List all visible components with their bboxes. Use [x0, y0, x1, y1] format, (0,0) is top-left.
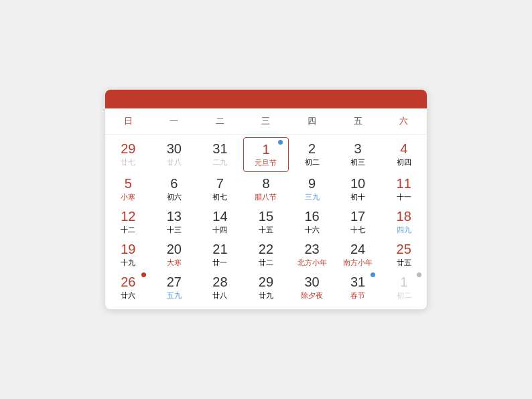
day-dot	[371, 272, 375, 277]
day-cell[interactable]: 9三九	[289, 172, 335, 205]
day-lunar: 廿二	[259, 258, 273, 267]
day-cell[interactable]: 23北方小年	[289, 238, 335, 270]
day-cell[interactable]: 12十二	[105, 205, 151, 238]
day-cell[interactable]: 26廿六	[105, 270, 151, 303]
day-cell[interactable]: 8腊八节	[243, 172, 289, 205]
day-lunar: 南方小年	[343, 258, 373, 267]
day-number: 27	[167, 274, 182, 290]
day-cell[interactable]: 13十三	[151, 205, 198, 238]
day-cell[interactable]: 4初四	[381, 137, 427, 171]
day-cell[interactable]: 18四九	[381, 205, 427, 238]
day-number: 5	[125, 175, 132, 191]
weekday-label-二: 二	[197, 112, 243, 130]
day-number: 18	[397, 208, 411, 224]
weekday-label-六: 六	[381, 112, 427, 130]
day-lunar: 二九	[212, 157, 227, 167]
day-cell[interactable]: 17十七	[335, 205, 381, 238]
weekday-label-三: 三	[243, 112, 289, 130]
day-number: 3	[354, 141, 362, 157]
day-dot	[141, 272, 146, 277]
day-cell[interactable]: 1初二	[381, 270, 427, 303]
day-lunar: 十七	[350, 225, 365, 234]
day-cell[interactable]: 11十一	[381, 172, 427, 205]
day-number: 9	[308, 175, 316, 191]
day-lunar: 十六	[305, 225, 320, 234]
day-cell[interactable]: 19十九	[105, 238, 151, 270]
day-dot	[278, 140, 283, 145]
day-cell[interactable]: 10初十	[335, 172, 381, 205]
day-lunar: 四九	[397, 225, 411, 234]
day-cell[interactable]: 30除夕夜	[289, 270, 335, 303]
weekday-label-日: 日	[105, 112, 151, 130]
day-lunar: 初七	[212, 192, 227, 202]
day-lunar: 初三	[350, 157, 365, 167]
day-cell[interactable]: 1元旦节	[243, 137, 289, 171]
day-cell[interactable]: 16十六	[289, 205, 335, 238]
day-lunar: 除夕夜	[301, 291, 323, 300]
day-cell[interactable]: 7初七	[197, 172, 243, 205]
day-cell[interactable]: 5小寒	[105, 172, 151, 205]
day-number: 10	[350, 175, 365, 191]
day-lunar: 大寒	[167, 258, 182, 267]
day-cell[interactable]: 15十五	[243, 205, 289, 238]
day-lunar: 腊八节	[255, 192, 277, 202]
day-lunar: 十三	[167, 225, 182, 234]
day-lunar: 廿一	[212, 258, 227, 267]
day-number: 25	[397, 241, 411, 257]
day-cell[interactable]: 27五九	[151, 270, 198, 303]
day-number: 1	[400, 274, 407, 290]
day-cell[interactable]: 29廿七	[105, 137, 151, 171]
day-number: 14	[212, 208, 227, 224]
day-number: 22	[259, 241, 273, 257]
day-lunar: 初六	[167, 192, 182, 202]
day-lunar: 小寒	[121, 192, 135, 202]
day-lunar: 廿六	[121, 291, 135, 300]
day-lunar: 元旦节	[255, 158, 277, 167]
day-cell[interactable]: 20大寒	[151, 238, 198, 270]
weekday-label-一: 一	[151, 112, 198, 130]
day-number: 30	[167, 141, 182, 157]
day-number: 7	[216, 175, 224, 191]
day-lunar: 初四	[397, 157, 411, 167]
day-number: 13	[167, 208, 182, 224]
day-number: 15	[259, 208, 273, 224]
day-lunar: 北方小年	[297, 258, 327, 267]
day-cell[interactable]: 24南方小年	[335, 238, 381, 270]
day-cell[interactable]: 31二九	[197, 137, 243, 171]
calendar: 日一二三四五六 29廿七30廿八31二九1元旦节2初二3初三4初四5小寒6初六7…	[105, 90, 427, 309]
day-lunar: 十四	[212, 225, 227, 234]
day-lunar: 初二	[397, 291, 411, 300]
day-lunar: 廿五	[397, 258, 411, 267]
day-number: 31	[350, 274, 365, 290]
day-number: 11	[397, 175, 411, 191]
day-cell[interactable]: 3初三	[335, 137, 381, 171]
day-number: 12	[121, 208, 135, 224]
day-number: 6	[170, 175, 178, 191]
day-lunar: 初十	[350, 192, 365, 202]
day-lunar: 春节	[350, 291, 365, 300]
day-cell[interactable]: 22廿二	[243, 238, 289, 270]
day-lunar: 初二	[305, 157, 320, 167]
day-lunar: 十一	[397, 192, 411, 202]
day-lunar: 廿九	[259, 291, 273, 300]
day-cell[interactable]: 29廿九	[243, 270, 289, 303]
days-grid: 29廿七30廿八31二九1元旦节2初二3初三4初四5小寒6初六7初七8腊八节9三…	[105, 135, 427, 309]
day-cell[interactable]: 25廿五	[381, 238, 427, 270]
day-number: 20	[167, 241, 182, 257]
day-cell[interactable]: 6初六	[151, 172, 198, 205]
day-cell[interactable]: 28廿八	[197, 270, 243, 303]
day-lunar: 十九	[121, 258, 135, 267]
day-cell[interactable]: 21廿一	[197, 238, 243, 270]
day-number: 29	[259, 274, 273, 290]
day-cell[interactable]: 31春节	[335, 270, 381, 303]
calendar-header[interactable]	[105, 90, 427, 108]
day-number: 19	[121, 241, 135, 257]
day-cell[interactable]: 2初二	[289, 137, 335, 171]
day-lunar: 十五	[259, 225, 273, 234]
day-dot	[417, 272, 421, 277]
weekday-row: 日一二三四五六	[105, 108, 427, 135]
weekday-label-四: 四	[289, 112, 335, 130]
day-cell[interactable]: 30廿八	[151, 137, 198, 171]
day-cell[interactable]: 14十四	[197, 205, 243, 238]
day-number: 28	[212, 274, 227, 290]
